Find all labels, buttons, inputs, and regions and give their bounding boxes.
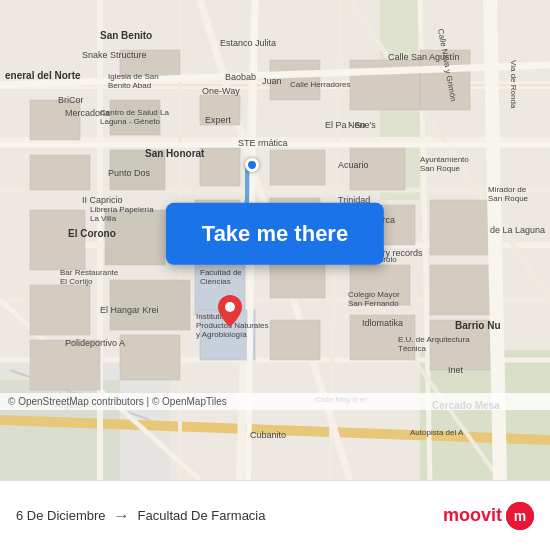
route-to: Facultad De Farmacia: [138, 508, 266, 523]
route-info: 6 De Diciembre → Facultad De Farmacia: [16, 507, 443, 525]
svg-rect-35: [420, 50, 470, 110]
svg-rect-49: [30, 340, 100, 390]
svg-rect-46: [430, 265, 490, 315]
route-from: 6 De Diciembre: [16, 508, 106, 523]
svg-rect-28: [30, 155, 90, 190]
svg-rect-51: [270, 320, 320, 360]
moovit-text: moovit: [443, 505, 502, 526]
svg-rect-45: [350, 265, 410, 305]
destination-pin: [218, 295, 242, 327]
svg-rect-43: [110, 280, 190, 330]
svg-point-58: [225, 302, 235, 312]
moovit-icon: m: [506, 502, 534, 530]
map-attribution: © OpenStreetMap contributors | © OpenMap…: [0, 393, 550, 410]
button-overlay: Take me there: [166, 203, 384, 265]
svg-rect-42: [30, 285, 90, 335]
svg-rect-32: [270, 150, 325, 185]
svg-rect-36: [30, 210, 85, 270]
svg-rect-26: [110, 100, 160, 135]
svg-rect-37: [105, 210, 165, 265]
svg-rect-50: [120, 335, 180, 380]
svg-rect-53: [430, 320, 500, 370]
svg-rect-29: [110, 150, 165, 190]
svg-rect-30: [200, 148, 240, 186]
svg-rect-52: [350, 315, 415, 360]
start-location-dot: [245, 158, 259, 172]
svg-rect-31: [270, 60, 320, 100]
bottom-bar: 6 De Diciembre → Facultad De Farmacia mo…: [0, 480, 550, 550]
map-container: San Benito Snake Structure eneral del No…: [0, 0, 550, 480]
route-arrow: →: [114, 507, 130, 525]
svg-rect-44: [270, 260, 325, 298]
svg-rect-27: [200, 95, 240, 125]
svg-rect-25: [30, 100, 80, 140]
moovit-logo: moovit m: [443, 502, 534, 530]
take-me-there-button[interactable]: Take me there: [166, 203, 384, 265]
svg-rect-34: [350, 145, 405, 190]
svg-text:m: m: [514, 508, 526, 524]
